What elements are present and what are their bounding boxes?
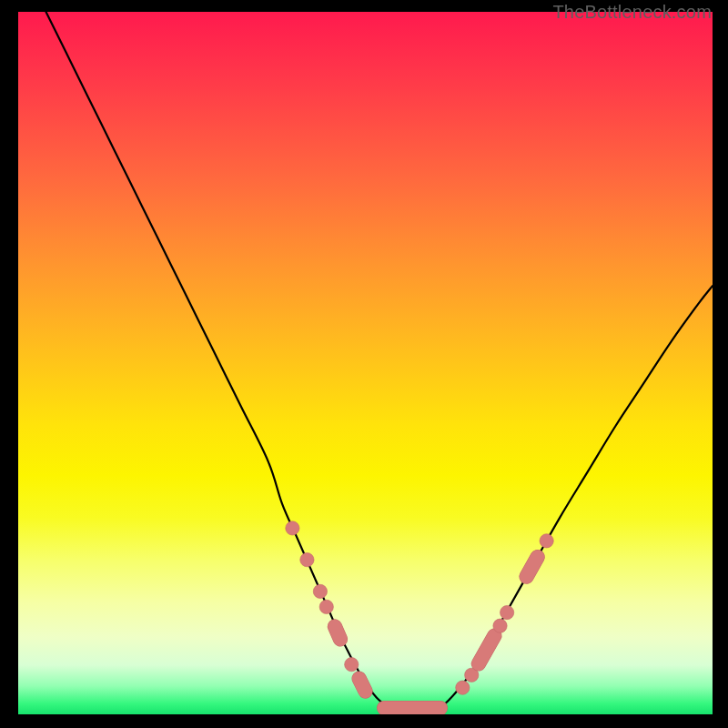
curve-marker: [493, 619, 507, 632]
chart-svg: [18, 12, 713, 714]
curve-marker: [313, 584, 327, 598]
curve-marker: [300, 553, 314, 567]
curve-marker: [540, 534, 553, 548]
curve-marker: [345, 658, 359, 672]
bottleneck-curve: [46, 12, 713, 712]
curve-marker: [479, 636, 495, 664]
plot-area: [18, 12, 713, 714]
watermark-text: TheBottleneck.com: [552, 0, 712, 23]
chart-stage: TheBottleneck.com: [0, 0, 728, 728]
curve-marker: [359, 679, 366, 692]
curve-marker: [500, 605, 514, 619]
curve-marker: [319, 600, 333, 613]
curve-marker: [286, 521, 299, 535]
curve-marker: [527, 557, 538, 577]
curve-markers: [286, 521, 554, 708]
curve-marker: [335, 627, 340, 640]
curve-marker: [456, 681, 470, 694]
